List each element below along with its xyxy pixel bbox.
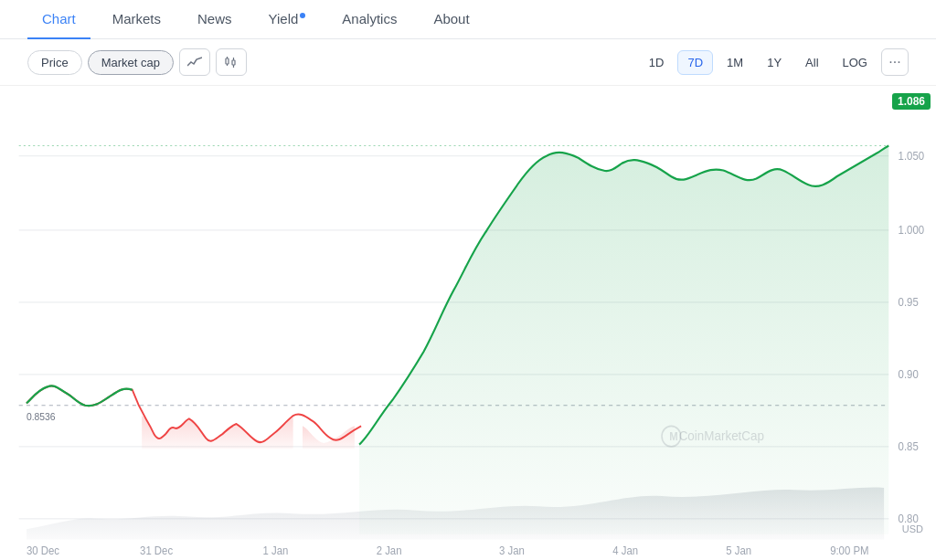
svg-text:0.95: 0.95: [899, 296, 919, 310]
currency-label: USD: [902, 523, 923, 534]
svg-rect-0: [226, 58, 229, 64]
time-1m[interactable]: 1M: [717, 50, 753, 75]
toolbar: Price Market cap 1D 7D 1M: [0, 39, 936, 86]
main-container: Chart Markets News Yield Analytics About…: [0, 0, 936, 560]
svg-text:5 Jan: 5 Jan: [726, 544, 751, 558]
tab-analytics[interactable]: Analytics: [327, 0, 411, 39]
toolbar-right: 1D 7D 1M 1Y All LOG ···: [639, 48, 909, 76]
svg-rect-3: [232, 60, 235, 65]
tab-markets[interactable]: Markets: [98, 0, 176, 39]
svg-text:9:00 PM: 9:00 PM: [830, 544, 868, 558]
tab-chart[interactable]: Chart: [27, 0, 90, 39]
svg-text:1 Jan: 1 Jan: [263, 544, 289, 558]
svg-text:0.85: 0.85: [899, 440, 919, 454]
time-all[interactable]: All: [795, 50, 828, 75]
tab-about[interactable]: About: [419, 0, 484, 39]
nav-tabs: Chart Markets News Yield Analytics About: [0, 0, 936, 39]
yield-dot: [300, 13, 305, 18]
chart-svg-container: 1.050 1.000 0.95 0.90 0.85 0.80 30 Dec 3…: [0, 86, 936, 560]
tab-news[interactable]: News: [183, 0, 247, 39]
svg-text:30 Dec: 30 Dec: [27, 544, 59, 558]
tab-yield[interactable]: Yield: [254, 0, 321, 39]
chart-area: 1.050 1.000 0.95 0.90 0.85 0.80 30 Dec 3…: [0, 86, 936, 560]
time-1y[interactable]: 1Y: [757, 50, 792, 75]
price-button[interactable]: Price: [27, 50, 82, 75]
svg-text:0.90: 0.90: [899, 368, 919, 382]
svg-text:2 Jan: 2 Jan: [377, 544, 402, 558]
candlestick-icon[interactable]: [216, 48, 247, 76]
svg-text:M: M: [669, 430, 678, 444]
toolbar-left: Price Market cap: [27, 48, 632, 76]
line-chart-icon[interactable]: [179, 48, 210, 76]
time-7d[interactable]: 7D: [677, 50, 713, 75]
svg-text:4 Jan: 4 Jan: [612, 544, 638, 558]
svg-text:31 Dec: 31 Dec: [140, 544, 173, 558]
time-1d[interactable]: 1D: [639, 50, 675, 75]
svg-text:1.050: 1.050: [899, 150, 925, 164]
svg-text:3 Jan: 3 Jan: [499, 544, 525, 558]
market-cap-button[interactable]: Market cap: [88, 50, 174, 75]
current-price-label: 1.086: [892, 93, 931, 110]
svg-text:1.000: 1.000: [899, 224, 925, 238]
svg-text:CoinMarketCap: CoinMarketCap: [679, 428, 765, 444]
more-button[interactable]: ···: [881, 48, 909, 76]
svg-text:0.8536: 0.8536: [27, 410, 56, 422]
time-log[interactable]: LOG: [833, 50, 878, 75]
